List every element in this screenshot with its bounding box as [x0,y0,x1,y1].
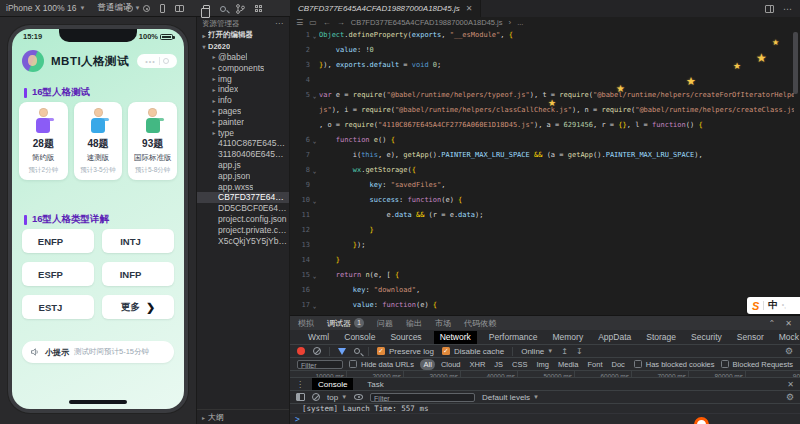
panel-tab-代码依赖[interactable]: 代码依赖 [464,318,496,329]
search-icon[interactable] [220,6,226,12]
layout-icon[interactable] [175,5,184,12]
tree-item-folder[interactable]: ▸pages [197,106,289,117]
code-line[interactable]: 17⌄ value: function(e) { [290,298,794,313]
drawer-tab-task[interactable]: Task [361,378,389,390]
filter-chip-js[interactable]: JS [491,359,507,370]
close-icon[interactable]: ✕ [466,4,473,13]
throttling-select[interactable]: Online ▼ [521,347,553,356]
network-filter-input[interactable]: Filter [297,360,343,369]
ime-mode[interactable]: 中 [768,299,778,312]
filter-chip-doc[interactable]: Doc [608,359,628,370]
hide-data-urls-checkbox[interactable]: Hide data URLs [349,360,414,369]
live-expression-icon[interactable] [354,394,363,400]
back-arrow-icon[interactable]: ← [323,19,331,27]
personality-type-button[interactable]: INFP [102,262,174,286]
code-line[interactable]: 12 } [290,223,794,238]
forward-arrow-icon[interactable]: → [337,19,345,27]
ime-settings-icon[interactable]: °, [782,303,786,309]
clear-icon[interactable] [313,347,321,355]
menu-icon[interactable]: ☰ [296,19,303,27]
code-line[interactable]: js"), i = require("@babel/runtime/helper… [290,103,794,118]
code-line[interactable]: 8⌄ wx.getStorage({ [290,163,794,178]
code-line[interactable]: 4 [290,73,794,88]
filter-chip-media[interactable]: Media [555,359,582,370]
code-line[interactable]: , o = require("4110C867E645A4CF2776A060E… [290,118,794,133]
filter-chip-cloud[interactable]: Cloud [437,359,464,370]
files-icon[interactable] [203,5,210,13]
import-har-icon[interactable]: ↥ [561,347,568,356]
code-line[interactable]: 1⌄Object.defineProperty(exports, "__esMo… [290,28,794,43]
inspector-tab-mock[interactable]: Mock [776,331,800,344]
panel-tab-问题[interactable]: 问题 [377,318,393,329]
tree-item-file[interactable]: 31180406E645A4CF57... [197,149,289,160]
log-levels-select[interactable]: Default levels ▼ [482,393,539,402]
avatar[interactable] [22,50,44,72]
inspector-tab-security[interactable]: Security [688,331,725,344]
preserve-log-checkbox[interactable]: ✓ Preserve log [377,347,434,356]
tree-item-file[interactable]: 4110C867E645A4CF27... [197,138,289,149]
console-sidebar-icon[interactable] [296,393,305,401]
code-line[interactable]: 10⌄ success: function(e) { [290,193,794,208]
tree-item-file[interactable]: project.private.config.js... [197,224,289,235]
remote-debug-icon[interactable] [160,4,165,13]
personality-type-button[interactable]: 更多❯ [102,295,174,319]
close-icon[interactable]: ✕ [785,319,792,328]
tree-item-file[interactable]: DD5CBCF0E645A4CFB... [197,203,289,214]
filter-chip-font[interactable]: Font [584,359,606,370]
code-editor[interactable]: 1⌄Object.defineProperty(exports, "__esMo… [290,28,794,315]
git-branch-icon[interactable] [236,4,245,14]
code-line[interactable]: 2 value: !0 [290,43,794,58]
tree-item-file[interactable]: X5cQkjY5Y5jYb0361c0... [197,235,289,246]
inspector-tab-storage[interactable]: Storage [643,331,679,344]
tree-item-folder[interactable]: ▸type [197,127,289,138]
filter-chip-img[interactable]: Img [533,359,553,370]
tree-item-root[interactable]: ▾D2620 [197,41,289,52]
personality-type-button[interactable]: ESTJ [22,295,94,319]
code-line[interactable]: 14 } [290,253,794,268]
inspector-tab-console[interactable]: Console [341,331,378,344]
code-line[interactable]: 9 key: "savedFiles", [290,178,794,193]
personality-type-button[interactable]: INTJ [102,229,174,253]
code-line[interactable]: 13 }); [290,238,794,253]
tree-item-folder[interactable]: ▸info [197,95,289,106]
code-line[interactable]: 3}), exports.default = void 0; [290,58,794,73]
inspector-tab-memory[interactable]: Memory [549,331,586,344]
panel-tab-市场[interactable]: 市场 [435,318,451,329]
tree-item-file[interactable]: app.js [197,160,289,171]
record-icon[interactable] [297,347,305,355]
tree-item-folder[interactable]: ▸components [197,62,289,73]
inspector-tab-appdata[interactable]: AppData [595,331,634,344]
code-line[interactable]: 11 e.data && (r = e.data); [290,208,794,223]
code-line[interactable]: 5⌄var e = require("@babel/runtime/helper… [290,88,794,103]
inspector-tab-sensor[interactable]: Sensor [734,331,767,344]
blocked-cookies-checkbox[interactable]: Has blocked cookies [634,360,715,369]
drawer-tab-console[interactable]: Console [312,378,353,390]
filter-funnel-icon[interactable] [338,348,346,355]
editor-scrollbar[interactable] [793,32,798,94]
code-line[interactable]: 6⌄ function e() { [290,133,794,148]
panel-tab-输出[interactable]: 输出 [406,318,422,329]
editor-more-icon[interactable]: ⋯ [783,4,792,14]
tree-item-file[interactable]: project.config.json [197,214,289,225]
preview-icon[interactable] [143,5,150,12]
filter-chip-all[interactable]: All [420,359,435,370]
disable-cache-checkbox[interactable]: ✓ Disable cache [442,347,504,356]
code-line[interactable]: 7 i(this, e), getApp().PAINTER_MAX_LRU_S… [290,148,794,163]
split-editor-icon[interactable] [765,5,774,13]
context-select[interactable]: top ▼ [327,393,347,402]
test-card[interactable]: 48题速测版预计3-5分钟 [74,102,123,180]
collapse-icon[interactable]: ⌃ [769,319,776,328]
extensions-icon[interactable] [255,5,263,13]
export-har-icon[interactable]: ↧ [576,347,583,356]
clear-console-icon[interactable] [312,393,320,401]
test-card[interactable]: 28题简约版预计2分钟 [19,102,68,180]
personality-type-button[interactable]: ESFP [22,262,94,286]
test-card[interactable]: 93题国际标准版预计5-8分钟 [128,102,177,180]
miniprogram-capsule[interactable]: ••• [137,54,177,68]
bookmark-icon[interactable]: ▭ [309,19,317,27]
breadcrumb-more[interactable]: ... [517,18,523,27]
panel-tab-模拟[interactable]: 模拟 [298,318,314,329]
code-line[interactable]: 15⌄ return n(e, [ { [290,268,794,283]
inspector-tab-sources[interactable]: Sources [387,331,424,344]
close-drawer-icon[interactable]: ✕ [787,380,794,389]
